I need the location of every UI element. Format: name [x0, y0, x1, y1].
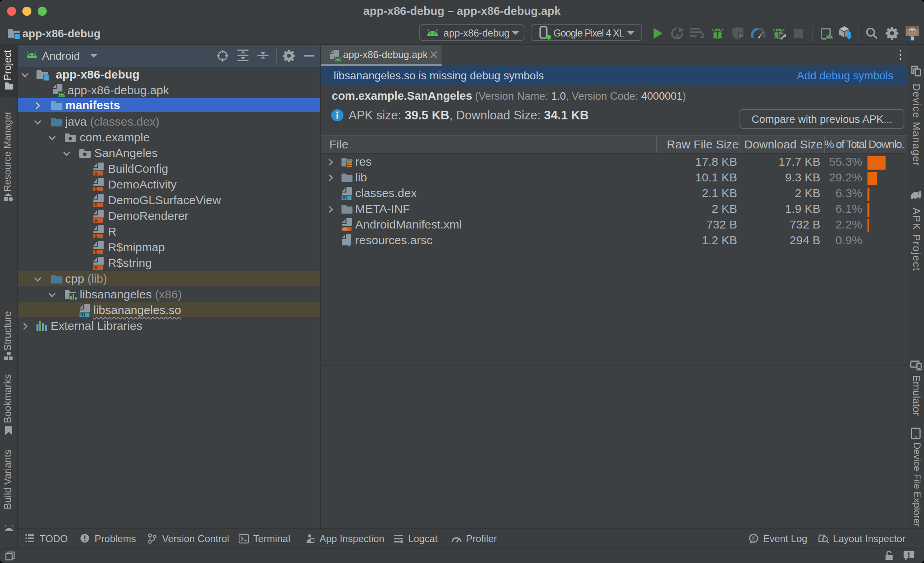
svg-text:01: 01 [343, 195, 348, 200]
svg-text:S: S [94, 265, 98, 270]
svg-text:A: A [675, 33, 680, 40]
svg-text:S: S [94, 202, 98, 207]
svg-text:S: S [94, 170, 98, 176]
svg-text:S: S [94, 249, 98, 254]
svg-text:S: S [94, 186, 98, 192]
svg-text:01: 01 [80, 312, 86, 317]
svg-text:S: S [94, 233, 98, 239]
svg-text:S: S [94, 218, 98, 223]
svg-text:?: ? [347, 239, 352, 247]
svg-text:<>: <> [343, 227, 348, 232]
